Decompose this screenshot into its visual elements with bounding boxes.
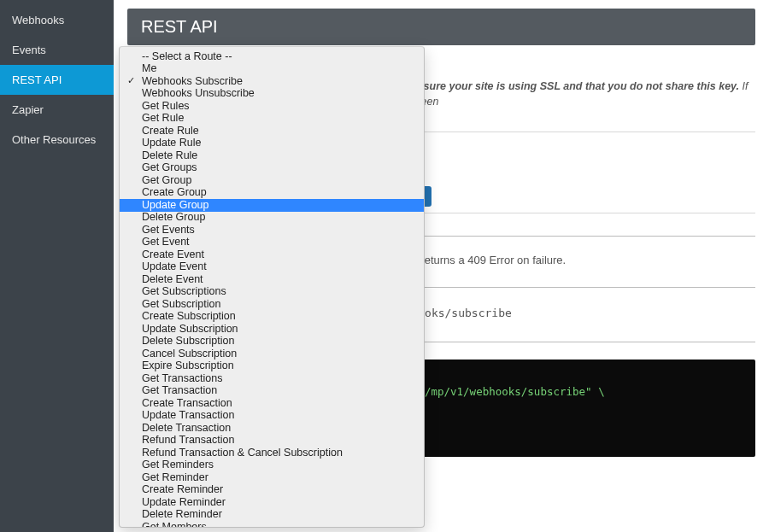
dropdown-option[interactable]: Delete Reminder bbox=[120, 509, 424, 522]
dropdown-option[interactable]: Get Group bbox=[120, 174, 424, 187]
action-button[interactable] bbox=[425, 186, 431, 207]
dropdown-option[interactable]: Expire Subscription bbox=[120, 360, 424, 373]
dropdown-placeholder[interactable]: -- Select a Route -- bbox=[120, 50, 424, 63]
dropdown-option[interactable]: Update Rule bbox=[120, 137, 424, 150]
dropdown-option[interactable]: Delete Subscription bbox=[120, 336, 424, 348]
dropdown-option[interactable]: Get Groups bbox=[120, 162, 424, 175]
dropdown-option[interactable]: Get Rule bbox=[120, 113, 424, 126]
sidebar-item-zapier[interactable]: Zapier bbox=[0, 95, 114, 125]
dropdown-option[interactable]: Create Event bbox=[120, 248, 424, 261]
route-select-dropdown[interactable]: -- Select a Route --MeWebhooks Subscribe… bbox=[119, 46, 425, 528]
dropdown-option[interactable]: Get Transactions bbox=[120, 372, 424, 385]
dropdown-option[interactable]: Webhooks Unsubscribe bbox=[120, 88, 424, 101]
dropdown-option[interactable]: Get Events bbox=[120, 224, 424, 237]
dropdown-option[interactable]: Get Reminder bbox=[120, 471, 424, 484]
dropdown-option[interactable]: Delete Rule bbox=[120, 149, 424, 162]
dropdown-option[interactable]: Update Event bbox=[120, 261, 424, 274]
dropdown-option[interactable]: Delete Transaction bbox=[120, 422, 424, 435]
main-content: REST API e REST API. Please ensure your … bbox=[114, 0, 769, 532]
dropdown-option[interactable]: Create Group bbox=[120, 187, 424, 200]
dropdown-option[interactable]: Create Transaction bbox=[120, 397, 424, 410]
dropdown-option[interactable]: Create Rule bbox=[120, 125, 424, 137]
dropdown-option[interactable]: Get Reminders bbox=[120, 459, 424, 472]
dropdown-option[interactable]: Update Group bbox=[120, 199, 424, 212]
sidebar-item-events[interactable]: Events bbox=[0, 35, 114, 65]
dropdown-option[interactable]: Me bbox=[120, 63, 424, 76]
intro-warning: Please ensure your site is using SSL and… bbox=[374, 80, 739, 92]
sidebar-item-other-resources[interactable]: Other Resources bbox=[0, 125, 114, 155]
sidebar-item-webhooks[interactable]: Webhooks bbox=[0, 5, 114, 35]
dropdown-option[interactable]: Get Rules bbox=[120, 100, 424, 113]
dropdown-option[interactable]: Update Reminder bbox=[120, 496, 424, 509]
sidebar: Webhooks Events REST API Zapier Other Re… bbox=[0, 0, 114, 532]
page-title: REST API bbox=[127, 9, 755, 45]
dropdown-option[interactable]: Refund Transaction bbox=[120, 435, 424, 447]
sidebar-item-rest-api[interactable]: REST API bbox=[0, 65, 114, 95]
dropdown-option[interactable]: Create Subscription bbox=[120, 311, 424, 324]
dropdown-option[interactable]: Delete Event bbox=[120, 273, 424, 286]
dropdown-list: -- Select a Route --MeWebhooks Subscribe… bbox=[120, 47, 424, 528]
dropdown-option[interactable]: Webhooks Subscribe bbox=[120, 75, 424, 88]
dropdown-option[interactable]: Create Reminder bbox=[120, 484, 424, 497]
dropdown-option[interactable]: Cancel Subscription bbox=[120, 348, 424, 360]
dropdown-option[interactable]: Get Subscription bbox=[120, 298, 424, 311]
dropdown-option[interactable]: Get Subscriptions bbox=[120, 286, 424, 299]
dropdown-option[interactable]: Delete Group bbox=[120, 212, 424, 225]
dropdown-option[interactable]: Get Event bbox=[120, 237, 424, 249]
dropdown-option[interactable]: Get Members bbox=[120, 521, 424, 528]
dropdown-option[interactable]: Refund Transaction & Cancel Subscription bbox=[120, 447, 424, 459]
app-root: Webhooks Events REST API Zapier Other Re… bbox=[0, 0, 769, 532]
dropdown-option[interactable]: Get Transaction bbox=[120, 385, 424, 398]
dropdown-option[interactable]: Update Transaction bbox=[120, 410, 424, 423]
dropdown-option[interactable]: Update Subscription bbox=[120, 323, 424, 336]
